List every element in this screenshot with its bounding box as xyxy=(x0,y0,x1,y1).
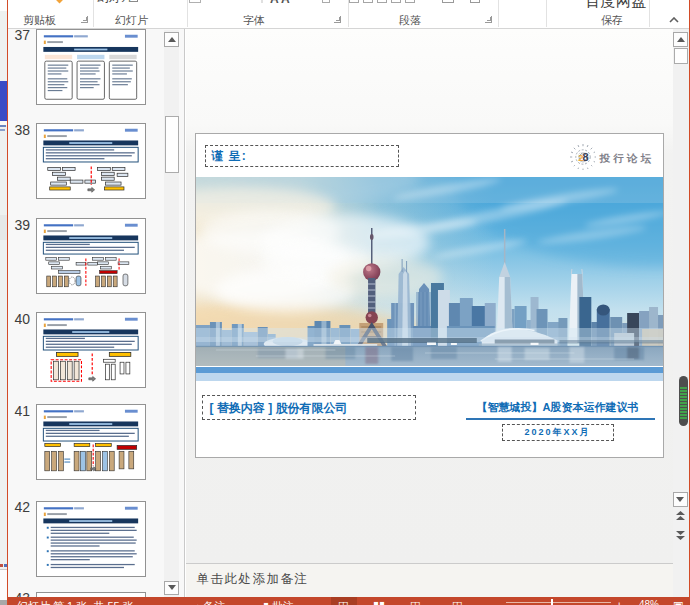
svg-text:8: 8 xyxy=(582,151,588,163)
